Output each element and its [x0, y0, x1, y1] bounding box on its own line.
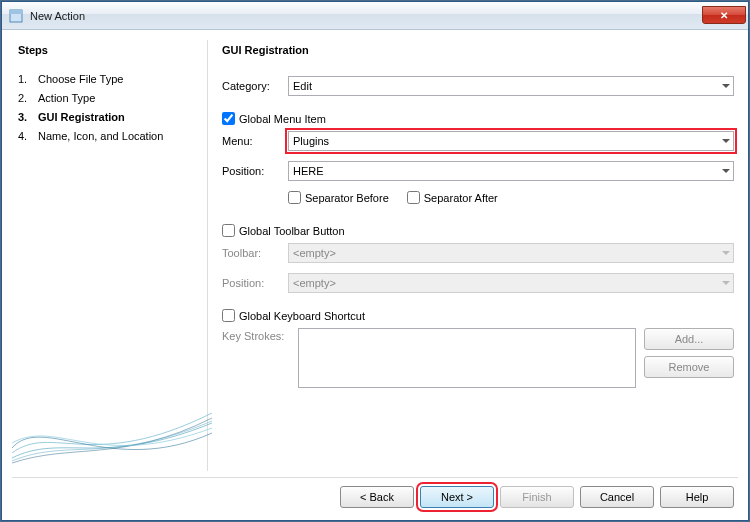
help-button[interactable]: Help: [660, 486, 734, 508]
toolbar-position-value: <empty>: [293, 277, 336, 289]
back-button[interactable]: < Back: [340, 486, 414, 508]
steps-panel: Steps 1.Choose File Type 2.Action Type 3…: [12, 40, 208, 471]
cancel-button[interactable]: Cancel: [580, 486, 654, 508]
step-item: 2.Action Type: [18, 89, 199, 108]
footer-separator: [12, 477, 738, 478]
position-label: Position:: [222, 165, 288, 177]
footer-buttons: < Back Next > Finish Cancel Help: [12, 486, 738, 510]
steps-heading: Steps: [18, 44, 199, 60]
main-panel: GUI Registration Category: Edit Global M…: [208, 40, 738, 471]
toolbar-position-row: Position: <empty>: [222, 273, 734, 293]
toolbar-label: Toolbar:: [222, 247, 288, 259]
position-dropdown[interactable]: HERE: [288, 161, 734, 181]
position-value: HERE: [293, 165, 324, 177]
step-item: 4.Name, Icon, and Location: [18, 127, 199, 146]
keystrokes-textarea: [298, 328, 636, 388]
step-item: 1.Choose File Type: [18, 70, 199, 89]
sep-before-checkbox[interactable]: [288, 191, 301, 204]
sep-after-label: Separator After: [424, 192, 498, 204]
menu-value: Plugins: [293, 135, 329, 147]
sep-before-row: Separator Before: [288, 191, 389, 204]
category-row: Category: Edit: [222, 76, 734, 96]
chevron-down-icon: [722, 84, 730, 88]
chevron-down-icon: [722, 281, 730, 285]
toolbar-dropdown: <empty>: [288, 243, 734, 263]
steps-list: 1.Choose File Type 2.Action Type 3.GUI R…: [18, 70, 199, 146]
finish-button: Finish: [500, 486, 574, 508]
position-row: Position: HERE: [222, 161, 734, 181]
global-toolbar-checkbox-row: Global Toolbar Button: [222, 224, 734, 237]
global-shortcut-checkbox-label: Global Keyboard Shortcut: [239, 310, 365, 322]
category-value: Edit: [293, 80, 312, 92]
category-dropdown[interactable]: Edit: [288, 76, 734, 96]
chevron-down-icon: [722, 251, 730, 255]
toolbar-position-dropdown: <empty>: [288, 273, 734, 293]
next-button[interactable]: Next >: [420, 486, 494, 508]
dialog-body: Steps 1.Choose File Type 2.Action Type 3…: [2, 30, 748, 520]
dialog-window: New Action ✕ Steps 1.Choose File Type 2.…: [1, 1, 749, 521]
titlebar[interactable]: New Action ✕: [2, 2, 748, 30]
global-menu-checkbox[interactable]: [222, 112, 235, 125]
global-shortcut-checkbox-row: Global Keyboard Shortcut: [222, 309, 734, 322]
global-menu-checkbox-label: Global Menu Item: [239, 113, 326, 125]
window-close-button[interactable]: ✕: [702, 6, 746, 24]
sep-after-checkbox[interactable]: [407, 191, 420, 204]
category-label: Category:: [222, 80, 288, 92]
menu-dropdown[interactable]: Plugins: [288, 131, 734, 151]
chevron-down-icon: [722, 139, 730, 143]
keystrokes-label: Key Strokes:: [222, 328, 298, 342]
add-keystroke-button: Add...: [644, 328, 734, 350]
menu-row: Menu: Plugins: [222, 131, 734, 151]
toolbar-row: Toolbar: <empty>: [222, 243, 734, 263]
global-shortcut-checkbox[interactable]: [222, 309, 235, 322]
global-menu-checkbox-row: Global Menu Item: [222, 112, 734, 125]
keystrokes-row: Key Strokes: Add... Remove: [222, 328, 734, 388]
global-toolbar-checkbox[interactable]: [222, 224, 235, 237]
chevron-down-icon: [722, 169, 730, 173]
sep-before-label: Separator Before: [305, 192, 389, 204]
step-item-current: 3.GUI Registration: [18, 108, 199, 127]
separator-row: Separator Before Separator After: [288, 191, 734, 210]
app-icon: [8, 8, 24, 24]
close-icon: ✕: [720, 10, 728, 21]
svg-rect-1: [10, 10, 22, 14]
menu-label: Menu:: [222, 135, 288, 147]
main-heading: GUI Registration: [222, 44, 734, 56]
toolbar-position-label: Position:: [222, 277, 288, 289]
remove-keystroke-button: Remove: [644, 356, 734, 378]
global-toolbar-checkbox-label: Global Toolbar Button: [239, 225, 345, 237]
toolbar-value: <empty>: [293, 247, 336, 259]
sep-after-row: Separator After: [407, 191, 498, 204]
window-title: New Action: [30, 10, 702, 22]
